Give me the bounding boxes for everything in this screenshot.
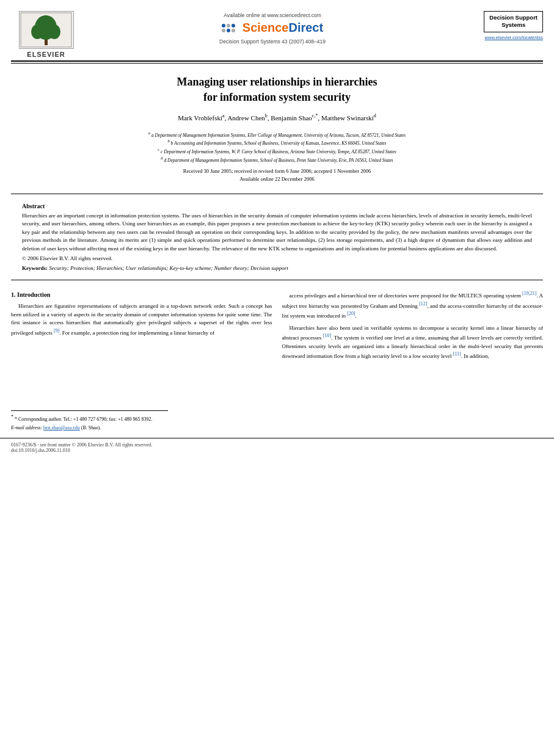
dot-5 [227,29,230,32]
journal-info-center: Decision Support Systems 43 (2007) 408–4… [219,38,326,45]
authors-line: Mark Vroblefskia, Andrew Chenb, Benjamin… [37,112,517,123]
body-divider [11,280,543,280]
elsevier-logo-area: ELSEVIER [11,11,81,58]
elsevier-brand-text: ELSEVIER [27,51,65,58]
affiliation-d: d d Department of Management Information… [37,155,517,164]
sd-dots-icon [222,24,239,32]
svg-point-4 [48,24,60,39]
journal-name-box: Decision SupportSystems [484,11,543,32]
keywords-label: Keywords: [22,265,48,271]
bottom-rule [11,63,543,64]
abstract-title: Abstract [22,203,532,209]
ref-9: [9] [54,328,59,333]
journal-website-link[interactable]: www.elsevier.com/locate/dss [485,35,543,40]
ref-12: [12] [419,301,427,307]
affiliation-c: c c Department of Information Systems, W… [37,147,517,155]
affiliation-b: b b Accounting and Information Systems, … [37,138,517,147]
footnote-rule [11,410,168,411]
copyright-line: © 2006 Elsevier B.V. All rights reserved… [22,255,532,261]
footnote-area: * * Corresponding author. Tel.: +1 480 7… [11,410,272,432]
col-right: access privileges and a hierarchical tre… [282,290,544,433]
corresponding-footnote: * * Corresponding author. Tel.: +1 480 7… [11,413,272,423]
bottom-info: 0167-9236/$ - see front matter © 2006 El… [0,438,554,453]
ref-11: [11] [453,351,461,357]
page: ELSEVIER Available online at www.science… [0,0,554,756]
header-center: Available online at www.sciencedirect.co… [81,11,464,45]
right-para1: access privileges and a hierarchical tre… [282,290,544,321]
dot-6 [231,29,235,32]
keywords-text: Security; Protection; Hierarchies; User … [49,265,288,271]
intro-heading: 1. Introduction [11,290,272,299]
sciencedirect-brand: ScienceDirect [242,21,323,35]
header-dividers [0,60,554,64]
intro-para1: Hierarchies are figurative representatio… [11,302,272,337]
abstract-text: Hierarchies are an important concept in … [22,212,532,253]
svg-point-3 [31,24,43,39]
keywords-line: Keywords: Security; Protection; Hierarch… [22,265,532,271]
right-para2: Hierarchies have also been used in verif… [282,324,544,361]
affiliation-a: a a Department of Management Information… [37,130,517,139]
two-col-body: 1. Introduction Hierarchies are figurati… [0,285,554,433]
issn-line: 0167-9236/$ - see front matter © 2006 El… [11,442,543,448]
affiliations: a a Department of Management Information… [37,130,517,164]
abstract-section: Abstract Hierarchies are an important co… [0,199,554,275]
email-person: (B. Shao). [81,425,101,431]
header: ELSEVIER Available online at www.science… [0,11,554,58]
elsevier-image [19,11,74,49]
journal-name-text: Decision SupportSystems [489,14,538,28]
dot-3 [231,24,235,27]
col-left: 1. Introduction Hierarchies are figurati… [11,290,272,433]
ref-19-21: [19,21] [522,291,536,296]
ref-10: [10] [323,333,331,338]
received-dates: Received 30 June 2005; received in revis… [37,167,517,184]
title-section: Managing user relationships in hierarchi… [0,68,554,189]
header-right: Decision SupportSystems www.elsevier.com… [464,11,543,40]
available-online-text: Available online at www.sciencedirect.co… [224,12,321,18]
ref-20: [20] [347,311,355,316]
email-link[interactable]: ben.shao@asu.edu [43,425,80,431]
top-rule [11,60,543,62]
email-footnote: E-mail address: ben.shao@asu.edu (B. Sha… [11,424,272,432]
abstract-divider [11,194,543,194]
dot-2 [227,24,230,27]
sciencedirect-logo: ScienceDirect [222,21,323,35]
dot-1 [222,24,225,27]
email-label: E-mail address: [11,425,42,431]
paper-title: Managing user relationships in hierarchi… [37,75,517,105]
doi-line: doi:10.1016/j.dss.2006.11.010 [11,448,543,453]
dot-4 [222,29,225,32]
